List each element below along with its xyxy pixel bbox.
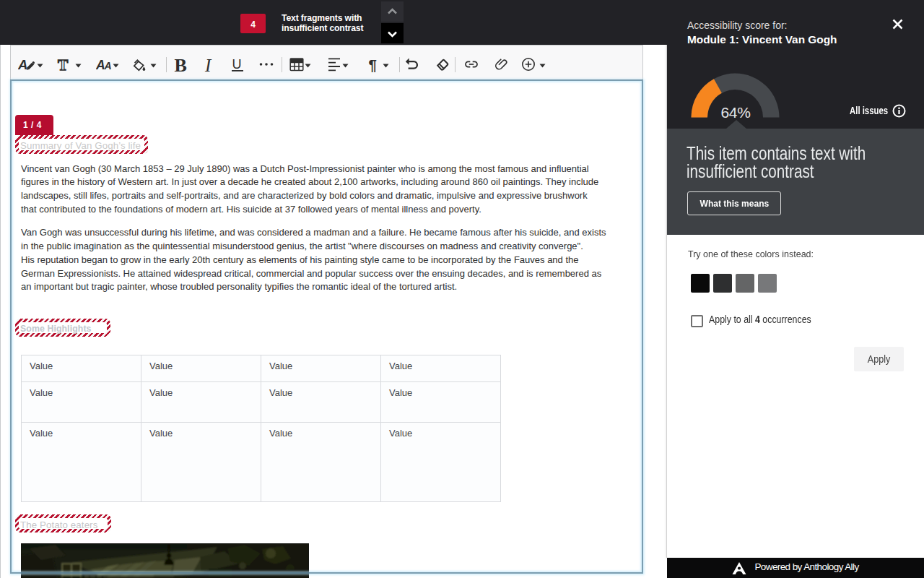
svg-text:U: U: [232, 57, 242, 72]
svg-text:A: A: [104, 60, 112, 72]
svg-text:B: B: [175, 56, 187, 73]
svg-text:T: T: [58, 56, 69, 73]
svg-text:I: I: [204, 56, 212, 73]
svg-text:¶: ¶: [369, 56, 377, 73]
svg-text:A: A: [18, 57, 27, 72]
